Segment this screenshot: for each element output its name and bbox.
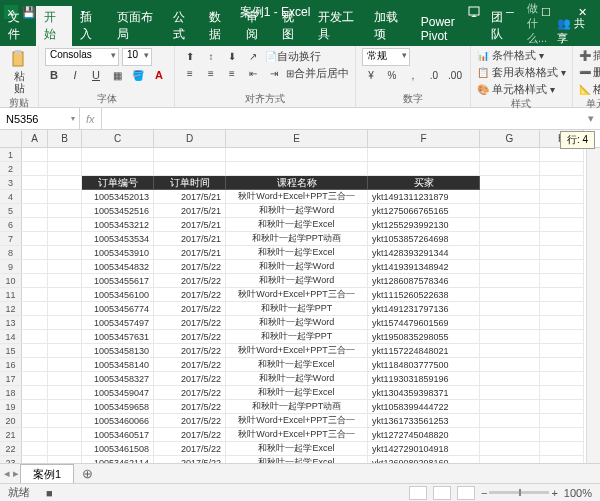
currency-button[interactable]: ¥ <box>362 67 380 83</box>
cell[interactable]: 和秋叶一起学Excel <box>226 442 368 456</box>
cell[interactable] <box>154 162 226 176</box>
format-cells-button[interactable]: 📐 格式 ▾ <box>579 82 600 97</box>
row-header[interactable]: 4 <box>0 190 22 204</box>
col-header[interactable]: E <box>226 130 368 147</box>
view-layout-button[interactable] <box>433 486 451 500</box>
cell-styles-button[interactable]: 🎨 单元格样式 ▾ <box>477 82 566 97</box>
cell[interactable] <box>48 386 82 400</box>
col-header[interactable]: B <box>48 130 82 147</box>
cell[interactable] <box>540 204 584 218</box>
align-mid-button[interactable]: ↕ <box>202 48 220 64</box>
cell[interactable] <box>480 344 540 358</box>
row-header[interactable]: 1 <box>0 148 22 162</box>
cell[interactable]: ykt1115260522638 <box>368 288 480 302</box>
row-header[interactable]: 18 <box>0 386 22 400</box>
fx-buttons[interactable]: fx <box>80 108 102 129</box>
cell[interactable]: 2017/5/22 <box>154 274 226 288</box>
cell[interactable]: 订单时间 <box>154 176 226 190</box>
percent-button[interactable]: % <box>383 67 401 83</box>
cell[interactable] <box>480 330 540 344</box>
cell[interactable] <box>22 218 48 232</box>
row-header[interactable]: 3 <box>0 176 22 190</box>
cell[interactable] <box>540 372 584 386</box>
row-header[interactable]: 11 <box>0 288 22 302</box>
insert-cells-button[interactable]: ➕ 插入 ▾ <box>579 48 600 63</box>
cell[interactable]: ykt1193031859196 <box>368 372 480 386</box>
cell[interactable] <box>154 148 226 162</box>
cell[interactable]: 2017/5/22 <box>154 414 226 428</box>
cell[interactable]: 和秋叶一起学Excel <box>226 358 368 372</box>
cell[interactable] <box>22 358 48 372</box>
cell[interactable] <box>22 302 48 316</box>
cell[interactable] <box>226 148 368 162</box>
cell[interactable] <box>540 176 584 190</box>
cell[interactable]: 10053452516 <box>82 204 154 218</box>
cell[interactable]: 10053461508 <box>82 442 154 456</box>
cell[interactable] <box>540 302 584 316</box>
cell[interactable] <box>82 162 154 176</box>
cell[interactable] <box>480 372 540 386</box>
cell[interactable] <box>22 330 48 344</box>
row-header[interactable]: 22 <box>0 442 22 456</box>
cell[interactable] <box>48 190 82 204</box>
cell[interactable] <box>48 414 82 428</box>
cell[interactable] <box>540 414 584 428</box>
cell[interactable]: 2017/5/22 <box>154 288 226 302</box>
cell[interactable] <box>480 456 540 463</box>
view-normal-button[interactable] <box>409 486 427 500</box>
ribbon-tab-0[interactable]: 文件 <box>0 6 36 46</box>
cell[interactable] <box>540 246 584 260</box>
font-size-select[interactable]: 10 <box>122 48 152 66</box>
cell[interactable] <box>480 218 540 232</box>
select-all-corner[interactable] <box>0 130 22 147</box>
cell[interactable] <box>540 190 584 204</box>
cell[interactable] <box>368 148 480 162</box>
cell[interactable]: 和秋叶一起学Excel <box>226 246 368 260</box>
cell[interactable]: 10053459658 <box>82 400 154 414</box>
cell[interactable]: ykt1184803777500 <box>368 358 480 372</box>
cell[interactable]: 和秋叶一起学Word <box>226 274 368 288</box>
cell[interactable]: 2017/5/22 <box>154 442 226 456</box>
italic-button[interactable]: I <box>66 67 84 83</box>
cell[interactable]: 秋叶Word+Excel+PPT三合一 <box>226 190 368 204</box>
delete-cells-button[interactable]: ➖ 删除 ▾ <box>579 65 600 80</box>
cell[interactable] <box>48 246 82 260</box>
cell[interactable]: ykt1427290104918 <box>368 442 480 456</box>
cell[interactable]: 和秋叶一起学Excel <box>226 456 368 463</box>
cell[interactable] <box>540 148 584 162</box>
cell[interactable] <box>48 162 82 176</box>
cell[interactable]: ykt1304359398371 <box>368 386 480 400</box>
row-header[interactable]: 17 <box>0 372 22 386</box>
cell[interactable]: ykt1286087578346 <box>368 274 480 288</box>
cell[interactable] <box>540 316 584 330</box>
cell[interactable]: 2017/5/21 <box>154 232 226 246</box>
row-header[interactable]: 2 <box>0 162 22 176</box>
share-button[interactable]: 👥 共享 <box>547 16 600 46</box>
fill-color-button[interactable]: 🪣 <box>129 67 147 83</box>
cell[interactable]: 和秋叶一起学PPT <box>226 302 368 316</box>
cell[interactable] <box>540 344 584 358</box>
cell[interactable] <box>82 148 154 162</box>
cell[interactable]: ykt1058399444722 <box>368 400 480 414</box>
cell[interactable]: 和秋叶一起学PPT动画 <box>226 232 368 246</box>
cell[interactable]: 和秋叶一起学Word <box>226 372 368 386</box>
row-header[interactable]: 13 <box>0 316 22 330</box>
cell[interactable] <box>48 358 82 372</box>
cell[interactable]: ykt1491231797136 <box>368 302 480 316</box>
cell[interactable] <box>480 176 540 190</box>
ribbon-tab-2[interactable]: 插入 <box>72 6 108 46</box>
cell[interactable]: 10053460066 <box>82 414 154 428</box>
row-header[interactable]: 5 <box>0 204 22 218</box>
cell[interactable]: 秋叶Word+Excel+PPT三合一 <box>226 414 368 428</box>
cell[interactable] <box>48 456 82 463</box>
cell[interactable]: ykt1428393291344 <box>368 246 480 260</box>
cell[interactable] <box>22 162 48 176</box>
row-header[interactable]: 19 <box>0 400 22 414</box>
underline-button[interactable]: U <box>87 67 105 83</box>
orientation-button[interactable]: ↗ <box>244 48 262 64</box>
cell[interactable]: ykt1053857264698 <box>368 232 480 246</box>
cell[interactable] <box>48 218 82 232</box>
cell[interactable] <box>480 414 540 428</box>
cell[interactable]: 和秋叶一起学Word <box>226 260 368 274</box>
cell[interactable] <box>540 274 584 288</box>
